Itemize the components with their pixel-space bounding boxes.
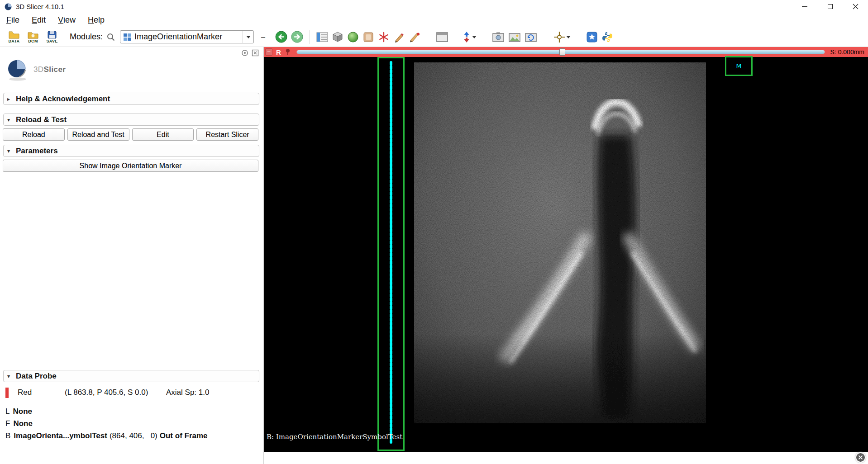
statusbar-close-button[interactable] — [855, 452, 866, 463]
layer-volume-name: ImageOrienta...ymbolTest — [14, 431, 107, 440]
extensions-button[interactable] — [586, 31, 598, 43]
menu-item-edit[interactable]: Edit — [32, 15, 46, 25]
cube-button[interactable] — [332, 31, 343, 43]
annotation-button[interactable] — [409, 31, 420, 43]
app-logo-icon — [4, 3, 12, 11]
chevron-down-icon — [566, 36, 571, 38]
save-button[interactable]: SAVE — [44, 28, 60, 46]
window-controls — [792, 0, 868, 13]
toolbar-separator — [310, 30, 310, 44]
modules-combobox[interactable]: ImageOrientationMarker — [120, 30, 254, 43]
screenshot-button[interactable] — [492, 32, 505, 43]
slice-offset-button[interactable] — [462, 31, 477, 43]
section-title: Reload & Test — [16, 115, 67, 124]
collapse-arrow-icon: ▾ — [7, 373, 12, 379]
folder-icon — [9, 31, 19, 39]
restart-slicer-button[interactable]: Restart Slicer — [196, 128, 258, 141]
menu-edit-rest: dit — [37, 15, 46, 25]
module-search-icon[interactable] — [106, 33, 115, 42]
reload-button[interactable]: Reload — [3, 128, 65, 141]
cube-icon — [332, 31, 343, 43]
view-controller-collapse-button[interactable]: – — [265, 48, 272, 56]
layer-value: None — [13, 419, 33, 428]
pencil-ruler-icon — [409, 31, 420, 43]
show-image-orientation-marker-button[interactable]: Show Image Orientation Marker — [3, 160, 258, 172]
scene-view-icon — [508, 32, 521, 43]
reload-button-row: Reload Reload and Test Edit Restart Slic… — [3, 128, 258, 141]
slice-viewport[interactable]: M B: ImageOrientationMarkerSymbolTest — [264, 57, 868, 452]
layout-icon — [316, 32, 328, 43]
python-icon — [601, 31, 613, 43]
collapse-arrow-icon: ▾ — [7, 148, 12, 154]
layer-ijk-coordinates: (864, 406, 0) — [110, 431, 157, 440]
data-probe-slice-row: Red (L 863.8, P 405.6, S 0.0) Axial Sp: … — [5, 387, 259, 399]
menu-item-file[interactable]: File — [6, 15, 19, 25]
sphere-icon — [347, 31, 359, 43]
close-button[interactable] — [843, 0, 868, 13]
window-title: 3D Slicer 4.10.1 — [16, 3, 64, 10]
load-data-label: DATA — [9, 39, 20, 43]
panel-pin-icon[interactable] — [241, 49, 248, 57]
slice-offset-value: S: 0.000mm — [830, 48, 864, 56]
python-console-button[interactable] — [601, 31, 613, 43]
back-button[interactable] — [275, 31, 287, 43]
markups-button[interactable] — [378, 31, 390, 43]
menu-item-help[interactable]: Help — [88, 15, 105, 25]
sphere-button[interactable] — [347, 31, 359, 43]
scene-restore-button[interactable] — [525, 32, 537, 43]
menu-bar: File Edit View Help — [0, 13, 868, 27]
collapse-arrow-icon: ▾ — [7, 117, 12, 123]
load-data-button[interactable]: DATA — [6, 28, 22, 46]
slider-handle[interactable] — [559, 48, 565, 56]
volume-button[interactable] — [362, 31, 374, 43]
slice-view-label: R — [276, 48, 281, 56]
slicer-window: 3D Slicer 4.10.1 File Edit View Help DAT… — [0, 0, 868, 464]
close-icon — [858, 455, 863, 460]
red-snowflake-icon — [378, 31, 390, 43]
forward-button[interactable] — [291, 31, 303, 43]
module-panel: 3DSlicer ▸ Help & Acknowledgement ▾ Relo… — [0, 47, 264, 464]
volume-icon — [362, 31, 374, 43]
slicer-logo-icon — [5, 58, 29, 81]
layout-selector-button[interactable] — [316, 32, 328, 43]
main-toolbar: DATA DCM SAVE Modules: ImageOrientationM… — [0, 27, 868, 47]
panel-close-icon[interactable] — [252, 49, 259, 57]
module-icon — [123, 33, 131, 41]
menu-file-rest: ile — [11, 15, 19, 25]
scene-view-button[interactable] — [508, 32, 521, 43]
collapse-arrow-icon: ▸ — [7, 96, 12, 102]
load-dicom-button[interactable]: DCM — [25, 28, 41, 46]
pin-icon[interactable] — [285, 48, 291, 56]
layer-status: Out of Frame — [160, 431, 208, 440]
corner-annotation: B: ImageOrientationMarkerSymbolTest — [267, 433, 402, 441]
toolbar-overflow-button[interactable]: – — [259, 33, 267, 41]
menu-item-view[interactable]: View — [58, 15, 76, 25]
reload-and-test-button[interactable]: Reload and Test — [67, 128, 129, 141]
probe-ras-coordinates: (L 863.8, P 405.6, S 0.0) — [65, 388, 148, 397]
menu-file-accel: F — [6, 15, 11, 25]
orientation-marker-line — [379, 58, 403, 450]
close-icon — [853, 4, 858, 9]
menu-help-accel: H — [88, 15, 94, 25]
ruler-button[interactable] — [393, 31, 405, 43]
title-bar: 3D Slicer 4.10.1 — [0, 0, 868, 13]
crosshair-button[interactable] — [553, 31, 571, 43]
edit-button[interactable]: Edit — [132, 128, 194, 141]
minimize-button[interactable] — [792, 0, 817, 13]
brand-slicer: Slicer — [44, 65, 66, 74]
pencil-icon — [393, 31, 405, 43]
combobox-caret[interactable] — [243, 31, 253, 43]
updown-arrows-icon — [462, 31, 471, 43]
window-capture-button[interactable] — [436, 32, 448, 43]
section-help-acknowledgement[interactable]: ▸ Help & Acknowledgement — [3, 93, 259, 105]
section-title: Help & Acknowledgement — [16, 95, 110, 104]
maximize-button[interactable] — [817, 0, 843, 13]
section-parameters[interactable]: ▾ Parameters — [3, 145, 259, 157]
scene-restore-icon — [525, 32, 537, 43]
layer-prefix: L — [5, 407, 10, 416]
floppy-icon — [48, 31, 57, 39]
slice-offset-slider[interactable] — [296, 49, 825, 55]
section-reload-test[interactable]: ▾ Reload & Test — [3, 114, 259, 126]
section-title: Parameters — [16, 147, 58, 156]
section-data-probe[interactable]: ▾ Data Probe — [3, 370, 259, 382]
